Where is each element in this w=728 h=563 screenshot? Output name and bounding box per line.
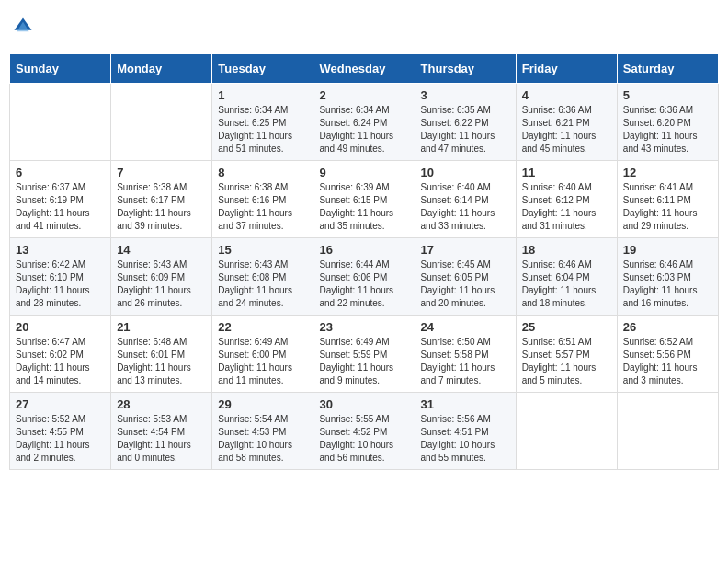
day-number: 29 (218, 397, 307, 411)
cell-info: Sunrise: 6:37 AMSunset: 6:19 PMDaylight:… (16, 181, 105, 233)
week-row-4: 20Sunrise: 6:47 AMSunset: 6:02 PMDayligh… (10, 316, 719, 393)
calendar-cell: 19Sunrise: 6:46 AMSunset: 6:03 PMDayligh… (617, 238, 718, 316)
calendar-cell: 9Sunrise: 6:39 AMSunset: 6:15 PMDaylight… (313, 161, 415, 238)
day-number: 15 (218, 243, 307, 257)
weekday-header-saturday: Saturday (617, 54, 718, 84)
day-number: 4 (522, 88, 611, 102)
weekday-header-friday: Friday (516, 54, 617, 84)
calendar-cell: 5Sunrise: 6:36 AMSunset: 6:20 PMDaylight… (617, 84, 718, 161)
cell-info: Sunrise: 5:52 AMSunset: 4:55 PMDaylight:… (16, 413, 105, 465)
day-number: 16 (319, 243, 408, 257)
day-number: 22 (218, 320, 307, 334)
calendar-cell: 31Sunrise: 5:56 AMSunset: 4:51 PMDayligh… (415, 393, 516, 470)
calendar-cell: 7Sunrise: 6:38 AMSunset: 6:17 PMDaylight… (111, 161, 212, 238)
calendar-cell: 16Sunrise: 6:44 AMSunset: 6:06 PMDayligh… (313, 238, 415, 316)
cell-info: Sunrise: 6:46 AMSunset: 6:04 PMDaylight:… (522, 259, 611, 310)
weekday-header-thursday: Thursday (415, 54, 516, 84)
cell-info: Sunrise: 6:51 AMSunset: 5:57 PMDaylight:… (522, 336, 611, 387)
calendar-cell: 14Sunrise: 6:43 AMSunset: 6:09 PMDayligh… (111, 238, 212, 316)
calendar-cell (617, 393, 718, 470)
calendar-cell: 21Sunrise: 6:48 AMSunset: 6:01 PMDayligh… (111, 316, 212, 393)
day-number: 6 (16, 166, 105, 179)
calendar-cell: 17Sunrise: 6:45 AMSunset: 6:05 PMDayligh… (415, 238, 516, 316)
cell-info: Sunrise: 6:43 AMSunset: 6:09 PMDaylight:… (117, 259, 206, 310)
weekday-header-tuesday: Tuesday (212, 54, 313, 84)
calendar-cell: 6Sunrise: 6:37 AMSunset: 6:19 PMDaylight… (10, 161, 111, 238)
calendar-cell: 4Sunrise: 6:36 AMSunset: 6:21 PMDaylight… (516, 84, 617, 161)
calendar-cell: 25Sunrise: 6:51 AMSunset: 5:57 PMDayligh… (516, 316, 617, 393)
day-number: 26 (623, 320, 712, 334)
calendar-cell (10, 84, 111, 161)
cell-info: Sunrise: 6:43 AMSunset: 6:08 PMDaylight:… (218, 259, 307, 310)
day-number: 7 (117, 166, 206, 179)
cell-info: Sunrise: 5:56 AMSunset: 4:51 PMDaylight:… (421, 413, 510, 465)
calendar-cell (516, 393, 617, 470)
cell-info: Sunrise: 6:46 AMSunset: 6:03 PMDaylight:… (623, 259, 712, 310)
day-number: 12 (623, 166, 712, 179)
cell-info: Sunrise: 6:38 AMSunset: 6:16 PMDaylight:… (218, 181, 307, 233)
cell-info: Sunrise: 6:39 AMSunset: 6:15 PMDaylight:… (319, 181, 408, 233)
cell-info: Sunrise: 6:40 AMSunset: 6:12 PMDaylight:… (522, 181, 611, 233)
day-number: 3 (421, 88, 510, 102)
cell-info: Sunrise: 6:42 AMSunset: 6:10 PMDaylight:… (16, 259, 105, 310)
calendar-cell: 28Sunrise: 5:53 AMSunset: 4:54 PMDayligh… (111, 393, 212, 470)
cell-info: Sunrise: 6:48 AMSunset: 6:01 PMDaylight:… (117, 336, 206, 387)
cell-info: Sunrise: 5:53 AMSunset: 4:54 PMDaylight:… (117, 413, 206, 465)
calendar-cell: 15Sunrise: 6:43 AMSunset: 6:08 PMDayligh… (212, 238, 313, 316)
calendar-cell: 27Sunrise: 5:52 AMSunset: 4:55 PMDayligh… (10, 393, 111, 470)
cell-info: Sunrise: 6:52 AMSunset: 5:56 PMDaylight:… (623, 336, 712, 387)
cell-info: Sunrise: 6:40 AMSunset: 6:14 PMDaylight:… (421, 181, 510, 233)
day-number: 5 (623, 88, 712, 102)
cell-info: Sunrise: 6:34 AMSunset: 6:25 PMDaylight:… (218, 104, 307, 155)
week-row-3: 13Sunrise: 6:42 AMSunset: 6:10 PMDayligh… (10, 238, 719, 316)
cell-info: Sunrise: 6:49 AMSunset: 6:00 PMDaylight:… (218, 336, 307, 387)
calendar-cell: 22Sunrise: 6:49 AMSunset: 6:00 PMDayligh… (212, 316, 313, 393)
week-row-1: 1Sunrise: 6:34 AMSunset: 6:25 PMDaylight… (10, 84, 719, 161)
cell-info: Sunrise: 5:54 AMSunset: 4:53 PMDaylight:… (218, 413, 307, 465)
day-number: 21 (117, 320, 206, 334)
calendar-cell: 29Sunrise: 5:54 AMSunset: 4:53 PMDayligh… (212, 393, 313, 470)
cell-info: Sunrise: 6:36 AMSunset: 6:21 PMDaylight:… (522, 104, 611, 155)
calendar-cell: 26Sunrise: 6:52 AMSunset: 5:56 PMDayligh… (617, 316, 718, 393)
day-number: 2 (319, 88, 408, 102)
day-number: 17 (421, 243, 510, 257)
calendar-cell: 2Sunrise: 6:34 AMSunset: 6:24 PMDaylight… (313, 84, 415, 161)
day-number: 9 (319, 166, 408, 179)
day-number: 13 (16, 243, 105, 257)
calendar-cell (111, 84, 212, 161)
calendar-cell: 11Sunrise: 6:40 AMSunset: 6:12 PMDayligh… (516, 161, 617, 238)
calendar-cell: 13Sunrise: 6:42 AMSunset: 6:10 PMDayligh… (10, 238, 111, 316)
cell-info: Sunrise: 6:36 AMSunset: 6:20 PMDaylight:… (623, 104, 712, 155)
weekday-header-row: SundayMondayTuesdayWednesdayThursdayFrid… (10, 54, 719, 84)
cell-info: Sunrise: 6:44 AMSunset: 6:06 PMDaylight:… (319, 259, 408, 310)
day-number: 10 (421, 166, 510, 179)
day-number: 8 (218, 166, 307, 179)
calendar-cell: 18Sunrise: 6:46 AMSunset: 6:04 PMDayligh… (516, 238, 617, 316)
day-number: 24 (421, 320, 510, 334)
day-number: 1 (218, 88, 307, 102)
cell-info: Sunrise: 6:35 AMSunset: 6:22 PMDaylight:… (421, 104, 510, 155)
calendar-table: SundayMondayTuesdayWednesdayThursdayFrid… (9, 53, 719, 470)
day-number: 28 (117, 397, 206, 411)
day-number: 11 (522, 166, 611, 179)
cell-info: Sunrise: 5:55 AMSunset: 4:52 PMDaylight:… (319, 413, 408, 465)
weekday-header-sunday: Sunday (10, 54, 111, 84)
calendar-cell: 3Sunrise: 6:35 AMSunset: 6:22 PMDaylight… (415, 84, 516, 161)
weekday-header-monday: Monday (111, 54, 212, 84)
week-row-5: 27Sunrise: 5:52 AMSunset: 4:55 PMDayligh… (10, 393, 719, 470)
cell-info: Sunrise: 6:47 AMSunset: 6:02 PMDaylight:… (16, 336, 105, 387)
cell-info: Sunrise: 6:49 AMSunset: 5:59 PMDaylight:… (319, 336, 408, 387)
header (9, 9, 719, 44)
calendar-cell: 1Sunrise: 6:34 AMSunset: 6:25 PMDaylight… (212, 84, 313, 161)
calendar-cell: 23Sunrise: 6:49 AMSunset: 5:59 PMDayligh… (313, 316, 415, 393)
calendar-cell: 10Sunrise: 6:40 AMSunset: 6:14 PMDayligh… (415, 161, 516, 238)
cell-info: Sunrise: 6:45 AMSunset: 6:05 PMDaylight:… (421, 259, 510, 310)
day-number: 31 (421, 397, 510, 411)
day-number: 30 (319, 397, 408, 411)
cell-info: Sunrise: 6:50 AMSunset: 5:58 PMDaylight:… (421, 336, 510, 387)
calendar-cell: 24Sunrise: 6:50 AMSunset: 5:58 PMDayligh… (415, 316, 516, 393)
day-number: 20 (16, 320, 105, 334)
calendar-cell: 12Sunrise: 6:41 AMSunset: 6:11 PMDayligh… (617, 161, 718, 238)
day-number: 23 (319, 320, 408, 334)
logo (13, 17, 37, 37)
